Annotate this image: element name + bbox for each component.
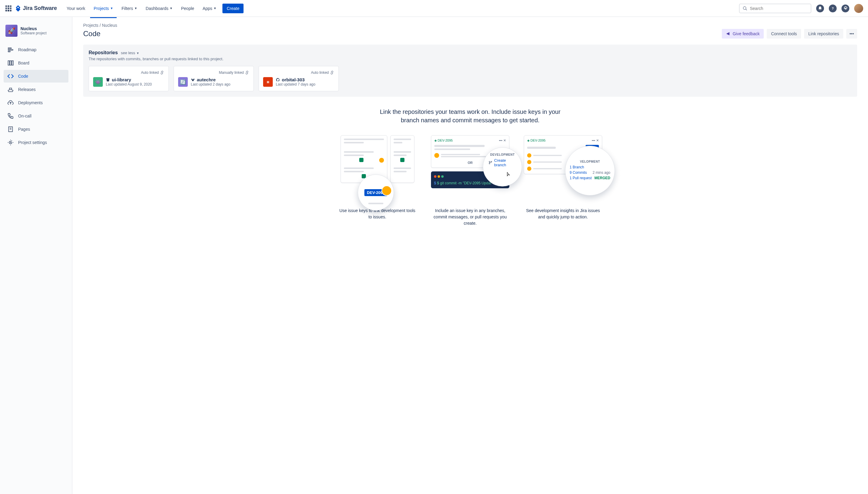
user-avatar[interactable] (854, 4, 863, 13)
repo-cards: Auto linked 👾 ui-library Last updated Au… (89, 66, 852, 91)
repo-avatar: 🔄 (178, 77, 188, 87)
sidebar-label: Pages (18, 127, 30, 132)
unlink-icon (245, 71, 249, 75)
svg-rect-6 (8, 51, 10, 52)
merged-badge: MERGED (594, 176, 610, 180)
hero-text: Link the repositories your teams work on… (374, 108, 567, 125)
terminal-prompt: $ (434, 181, 436, 185)
chevron-down-icon: ▼ (134, 7, 137, 10)
repo-name: autechre (197, 77, 216, 82)
illus-col-1: DEV-2095 Use issue keys to link developm… (338, 135, 417, 227)
sidebar-item-settings[interactable]: Project settings (4, 136, 69, 149)
link-type-label: Auto linked (141, 71, 159, 75)
nav-people[interactable]: People (178, 4, 198, 13)
sidebar-item-roadmap[interactable]: Roadmap (4, 43, 69, 56)
nav-apps[interactable]: Apps▼ (199, 4, 220, 13)
commits-count: 9 Commits (570, 170, 587, 175)
top-header: Jira Software Your work Projects▼ Filter… (0, 0, 868, 17)
app-switcher-icon[interactable] (5, 5, 12, 12)
board-icon (7, 60, 14, 66)
sidebar-item-board[interactable]: Board (4, 57, 69, 69)
search-input[interactable] (750, 6, 808, 11)
sidebar-label: Releases (18, 87, 36, 92)
roadmap-icon (7, 46, 14, 53)
project-header[interactable]: 🚀 Nucleus Software project (4, 23, 69, 39)
avatar (382, 186, 392, 196)
nav-filters[interactable]: Filters▼ (118, 4, 141, 13)
github-icon (276, 78, 280, 82)
development-label: DEVELOPMENT (490, 153, 515, 156)
pr-count: 1 Pull request (570, 176, 592, 180)
repos-title: Repositories (89, 50, 118, 55)
sidebar-label: On-call (18, 114, 31, 118)
search-box[interactable] (739, 4, 811, 13)
illus-caption: Include an issue key in any branches, co… (431, 208, 509, 227)
nav-your-work[interactable]: Your work (63, 4, 89, 13)
sidebar-item-deployments[interactable]: Deployments (4, 96, 69, 109)
page-title: Code (83, 30, 719, 38)
sidebar-label: Deployments (18, 100, 43, 105)
zoom-lens: DEVELOPMENT Create branch (483, 147, 522, 187)
page-icon (7, 126, 14, 133)
svg-rect-4 (8, 48, 12, 49)
gitlab-icon (191, 78, 195, 82)
zoom-lens: DEV-2095 (358, 174, 394, 211)
sidebar-label: Roadmap (18, 47, 36, 52)
chevron-down-icon: ▼ (110, 7, 113, 10)
repo-name: orbital-303 (282, 77, 305, 82)
illus-col-3: ◈ DEV-2095••• ✕ VELOPMENT 1 Branch 9 Com… (524, 135, 602, 227)
link-type-label: Auto linked (311, 71, 329, 75)
create-button[interactable]: Create (222, 4, 243, 13)
svg-point-13 (10, 141, 12, 144)
settings-icon[interactable] (842, 4, 849, 12)
connect-tools-button[interactable]: Connect tools (767, 29, 801, 39)
sidebar-label: Board (18, 60, 29, 65)
bitbucket-icon (106, 78, 110, 82)
svg-rect-5 (8, 50, 13, 50)
chevron-down-icon: ▼ (136, 52, 139, 55)
more-actions-button[interactable]: ••• (846, 29, 857, 39)
megaphone-icon (726, 31, 731, 36)
breadcrumb[interactable]: Projects / Nucleus (83, 23, 857, 28)
create-branch-link: Create branch (488, 158, 516, 167)
sidebar-item-code[interactable]: Code (4, 70, 69, 82)
illus-col-2: ◈ DEV-2095••• ✕ OR $ $ git commit -m "DE… (431, 135, 509, 227)
jira-logo[interactable]: Jira Software (15, 5, 57, 12)
ship-icon (7, 86, 14, 93)
project-icon: 🚀 (5, 25, 17, 37)
jira-icon (15, 5, 22, 12)
repo-card[interactable]: Manually linked 🔄 autechre Last updated … (173, 66, 254, 91)
illus-caption: See development insights in Jira issues … (524, 208, 602, 220)
svg-text:?: ? (832, 7, 834, 10)
repo-card[interactable]: Auto linked ▦ orbital-303 Last updated 7… (259, 66, 339, 91)
give-feedback-button[interactable]: Give feedback (722, 29, 764, 39)
repo-avatar: 👾 (93, 77, 103, 87)
code-icon (7, 73, 14, 79)
help-icon[interactable]: ? (829, 4, 837, 12)
project-subtitle: Software project (20, 31, 47, 35)
link-repositories-button[interactable]: Link repositories (804, 29, 843, 39)
main-content: Projects / Nucleus Code Give feedback Co… (72, 17, 868, 494)
sidebar-item-pages[interactable]: Pages (4, 123, 69, 136)
svg-rect-7 (8, 61, 10, 65)
svg-rect-8 (10, 61, 12, 65)
sidebar-item-oncall[interactable]: On-call (4, 110, 69, 122)
chevron-down-icon: ▼ (214, 7, 216, 10)
project-name: Nucleus (20, 26, 47, 31)
repo-updated: Last updated 7 days ago (276, 82, 315, 87)
mini-issue-card (390, 135, 414, 183)
unlink-icon (160, 71, 164, 75)
repo-avatar: ▦ (263, 77, 273, 87)
see-less-toggle[interactable]: see less ▼ (121, 51, 139, 55)
sidebar-item-releases[interactable]: Releases (4, 83, 69, 96)
main-nav: Your work Projects▼ Filters▼ Dashboards▼… (63, 4, 737, 13)
logo-text: Jira Software (23, 5, 57, 12)
nav-dashboards[interactable]: Dashboards▼ (142, 4, 176, 13)
svg-rect-9 (12, 61, 14, 65)
repo-card[interactable]: Auto linked 👾 ui-library Last updated Au… (89, 66, 169, 91)
nav-projects[interactable]: Projects▼ (90, 4, 117, 13)
notifications-icon[interactable] (816, 4, 824, 12)
unlink-icon (330, 71, 334, 75)
commits-time: 2 mins ago (593, 170, 610, 175)
repo-name: ui-library (112, 77, 131, 82)
